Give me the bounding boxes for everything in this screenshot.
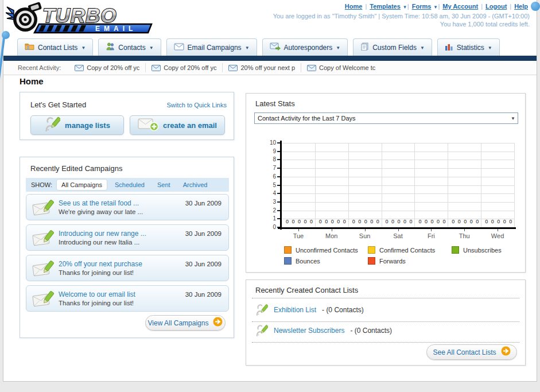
gridline [282,177,514,177]
recent-activity-item[interactable]: Copy of 20% off yc [69,63,146,72]
manage-lists-button[interactable]: manage lists [30,115,124,135]
top-link-help[interactable]: Help [514,3,528,10]
bar-value-label: 0 [497,219,500,224]
recent-activity-item[interactable]: Copy of Welcome tc [301,63,381,72]
tab-label: Contact Lists [38,44,77,52]
bar-value-label: 0 [464,219,467,224]
recent-activity-item-label: Copy of 20% off yc [87,64,139,71]
tab-contact-lists[interactable]: Contact Lists▼ [17,38,93,56]
campaign-date: 30 Jun 2009 [185,200,222,207]
campaign-title-link[interactable]: See us at the retail food ... [59,199,139,207]
main-navigation: Contact Lists▼Contacts▼Email Campaigns▼A… [17,38,500,56]
show-label: SHOW: [31,181,52,188]
top-link-home[interactable]: Home [345,3,363,10]
bar-value-label: 0 [319,219,322,224]
bar-value-label: 0 [331,219,334,224]
see-all-contact-lists-button[interactable]: See All Contact Lists [426,344,517,360]
campaign-card[interactable]: See us at the retail food ...We're givin… [26,194,229,220]
campaign-title-link[interactable]: Introducing our new range ... [59,230,146,238]
x-axis-tick-label: Thu [452,232,477,239]
x-axis-tick-label: Sat [386,232,411,239]
campaign-title-link[interactable]: Welcome to our email list [59,290,135,298]
bar-value-label: 0 [358,219,361,224]
link-separator: | [510,3,511,10]
contacts-icon [106,42,115,53]
bar-value-label: 0 [364,219,367,224]
campaign-envelope-pencil-icon [32,199,55,219]
bar-value-label: 0 [391,219,394,224]
link-separator: | [481,3,483,10]
gridline [481,143,481,227]
y-axis-tick-label: 9 [257,148,276,154]
contact-list-count: - (0 Contacts) [322,306,364,314]
top-link-forms[interactable]: Forms [412,3,432,10]
contact-list-item[interactable]: Exhibition List - (0 Contacts) [255,303,364,317]
legend-swatch [284,246,292,254]
legend-label: Unconfirmed Contacts [296,247,358,254]
recently-created-contact-lists-panel: Recently Created Contact Lists Exhibitio… [246,280,526,366]
contact-list-name-link[interactable]: Newsletter Subscribers [274,327,344,335]
contact-list-count: - (0 Contacts) [350,327,392,335]
tab-label: Email Campaigns [188,44,242,52]
recent-activity-item[interactable]: Copy of 20% off yc [146,63,223,72]
x-axis-tick [365,229,366,231]
tab-contacts[interactable]: Contacts▼ [98,38,161,56]
gridline [348,143,349,227]
x-axis-tick-label: Mon [319,232,344,239]
campaigns-tab-all-campaigns[interactable]: All Campaigns [57,180,107,190]
campaigns-tab-archived[interactable]: Archived [178,180,212,190]
legend-item: Confirmed Contacts [368,246,435,254]
campaign-title-link[interactable]: 20% off your next purchase [59,260,142,268]
contact-list-item[interactable]: Newsletter Subscribers - (0 Contacts) [255,324,392,337]
x-axis-tick [332,229,332,231]
switch-quick-links-link[interactable]: Switch to Quick Links [166,102,227,108]
bar-value-label: 0 [337,219,340,224]
top-links: Home|Templates ▾|Forms ▾|My Account|Logo… [343,3,530,10]
chevron-down-icon: ▼ [420,44,425,51]
y-axis-tick-label: 5 [257,182,276,188]
tab-autoresponders[interactable]: Autoresponders▼ [262,38,348,56]
contact-lists-title: Recently Created Contact Lists [255,286,358,294]
gridline [282,185,514,186]
campaign-card[interactable]: Introducing our new range ...Introducing… [26,224,229,251]
campaigns-tab-scheduled[interactable]: Scheduled [110,180,149,190]
arrow-circle-icon [501,346,511,358]
tab-statistics[interactable]: Statistics▼ [437,38,500,56]
x-axis-tick [464,229,465,231]
bar-value-label: 0 [343,219,346,224]
tab-email-campaigns[interactable]: Email Campaigns▼ [166,38,257,56]
login-info: You are logged in as "Timothy Smith" | S… [273,12,530,28]
contact-list-name-link[interactable]: Exhibition List [274,306,316,314]
campaign-subtitle: Thanks for joining our list! [59,269,134,276]
view-all-campaigns-button[interactable]: View All Campaigns [145,315,226,331]
create-email-button[interactable]: create an email [130,115,225,135]
campaign-card[interactable]: Welcome to our email listThanks for join… [26,285,229,312]
chevron-down-icon: ▾ [402,4,406,10]
campaigns-tab-sent[interactable]: Sent [153,180,175,190]
tab-custom-fields[interactable]: Custom Fields▼ [353,38,432,56]
y-axis [280,141,282,230]
person-pencil-icon [44,116,60,135]
contact-activity-chart: 01234567891000000Tue00000Mon00000Sun0000… [246,94,526,273]
bar-value-label: 0 [292,219,295,224]
page-container: TURBO EMAIL Home|Templates ▾|Forms ▾|My … [3,0,537,382]
bar-value-label: 0 [452,219,454,224]
x-axis-tick-label: Wed [485,232,510,239]
x-axis-tick-label: Sun [352,232,378,239]
bar-value-label: 0 [298,219,301,224]
get-started-panel: Let's Get Started Switch to Quick Links … [20,92,234,140]
bar-value-label: 0 [286,219,289,224]
top-link-my-account[interactable]: My Account [442,3,478,10]
tab-label: Contacts [118,44,145,52]
person-pencil-icon [255,303,268,317]
create-email-icon [138,117,158,134]
link-separator: | [438,3,440,10]
top-link-logout[interactable]: Logout [485,3,507,10]
legend-item: Unsubscribes [452,246,502,254]
top-link-templates[interactable]: Templates [370,3,401,10]
link-separator: | [365,3,367,10]
envelope-small-icon [228,65,238,71]
bar-value-label: 0 [476,219,479,224]
campaign-card[interactable]: 20% off your next purchaseThanks for joi… [26,255,229,281]
recent-activity-item[interactable]: 20% off your next p [223,63,301,72]
